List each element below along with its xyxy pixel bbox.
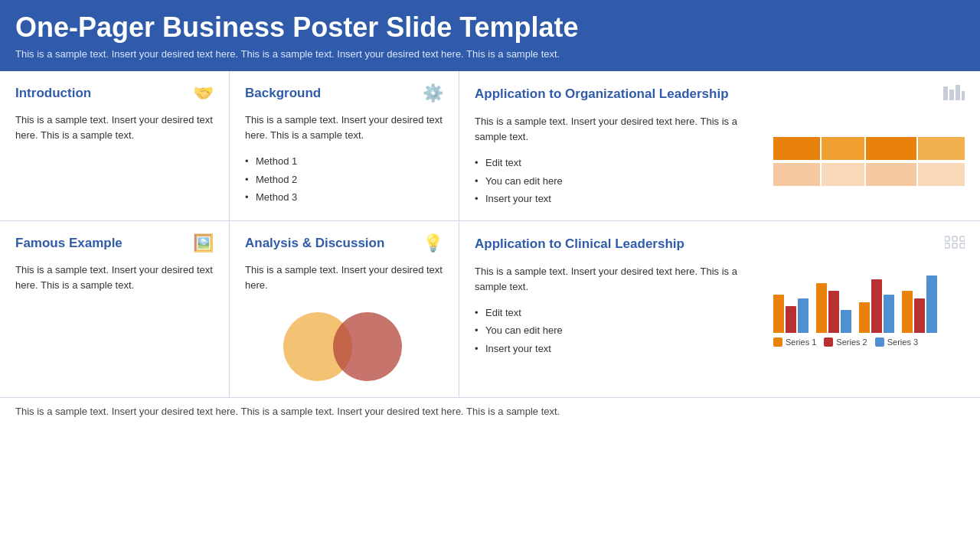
horizontal-bar-chart xyxy=(773,114,965,207)
application-org-title: Application to Organizational Leadership xyxy=(475,83,965,105)
analysis-body: This is a sample text. Insert your desir… xyxy=(245,262,443,293)
footer: This is a sample text. Insert your desir… xyxy=(0,397,980,425)
venn-circle-right xyxy=(333,312,402,381)
bar-chart-icon xyxy=(943,83,965,105)
svg-rect-0 xyxy=(943,86,948,100)
gear-icon: ⚙️ xyxy=(423,83,443,103)
chart-legend: Series 1 Series 2 Series 3 xyxy=(773,337,965,347)
application-org-inner: This is a sample text. Insert your desir… xyxy=(475,114,965,207)
bulb-icon: 💡 xyxy=(423,233,443,253)
list-item: Edit text xyxy=(475,154,766,171)
introduction-cell: Introduction 🤝 This is a sample text. In… xyxy=(0,71,230,220)
introduction-body: This is a sample text. Insert your desir… xyxy=(15,112,214,143)
header: One-Pager Business Poster Slide Template… xyxy=(0,0,980,69)
application-clinical-inner: This is a sample text. Insert your desir… xyxy=(475,264,965,357)
list-item: You can edit here xyxy=(475,321,766,339)
svg-rect-4 xyxy=(945,236,949,241)
handshake-icon: 🤝 xyxy=(193,83,214,103)
list-item: You can edit here xyxy=(475,172,766,190)
main-grid: Introduction 🤝 This is a sample text. In… xyxy=(0,69,980,397)
picture-icon: 🖼️ xyxy=(193,233,214,253)
svg-rect-9 xyxy=(960,243,965,248)
list-item: Edit text xyxy=(475,304,766,321)
svg-rect-5 xyxy=(952,236,957,241)
application-org-content: This is a sample text. Insert your desir… xyxy=(475,114,766,207)
application-clinical-body: This is a sample text. Insert your desir… xyxy=(475,264,766,295)
list-item: Method 1 xyxy=(245,152,443,170)
background-title: Background ⚙️ xyxy=(245,83,443,103)
list-item: Insert your text xyxy=(475,340,766,357)
application-org-body: This is a sample text. Insert your desir… xyxy=(475,114,766,145)
analysis-cell: Analysis & Discussion 💡 This is a sample… xyxy=(230,221,459,397)
grouped-bar-chart: Series 1 Series 2 Series 3 xyxy=(773,264,965,357)
svg-rect-7 xyxy=(945,243,949,248)
famous-example-body: This is a sample text. Insert your desir… xyxy=(15,262,214,293)
footer-text: This is a sample text. Insert your desir… xyxy=(15,406,560,417)
header-subtitle: This is a sample text. Insert your desir… xyxy=(15,48,965,60)
venn-diagram xyxy=(245,308,443,385)
application-clinical-cell: Application to Clinical Leadership This … xyxy=(459,221,980,397)
introduction-title: Introduction 🤝 xyxy=(15,83,214,103)
svg-rect-1 xyxy=(949,90,954,100)
application-clinical-title: Application to Clinical Leadership xyxy=(475,233,965,255)
venn-circles xyxy=(283,312,406,381)
svg-rect-8 xyxy=(952,243,957,248)
svg-rect-3 xyxy=(962,91,965,100)
legend-series2: Series 2 xyxy=(824,337,867,347)
list-item: Insert your text xyxy=(475,190,766,207)
list-item: Method 3 xyxy=(245,188,443,206)
analysis-title: Analysis & Discussion 💡 xyxy=(245,233,443,253)
application-org-list: Edit text You can edit here Insert your … xyxy=(475,154,766,207)
application-org-cell: Application to Organizational Leadership… xyxy=(459,71,980,220)
famous-example-title: Famous Example 🖼️ xyxy=(15,233,214,253)
list-item: Method 2 xyxy=(245,171,443,188)
background-list: Method 1 Method 2 Method 3 xyxy=(245,152,443,206)
application-clinical-content: This is a sample text. Insert your desir… xyxy=(475,264,766,357)
legend-series3: Series 3 xyxy=(875,337,918,347)
legend-series1: Series 1 xyxy=(773,337,816,347)
svg-rect-6 xyxy=(960,236,965,241)
shuffle-icon xyxy=(945,233,965,255)
background-cell: Background ⚙️ This is a sample text. Ins… xyxy=(230,71,459,220)
famous-example-cell: Famous Example 🖼️ This is a sample text.… xyxy=(0,221,230,397)
page-title: One-Pager Business Poster Slide Template xyxy=(15,11,965,44)
background-body: This is a sample text. Insert your desir… xyxy=(245,112,443,143)
application-clinical-list: Edit text You can edit here Insert your … xyxy=(475,304,766,357)
svg-rect-2 xyxy=(956,85,960,100)
